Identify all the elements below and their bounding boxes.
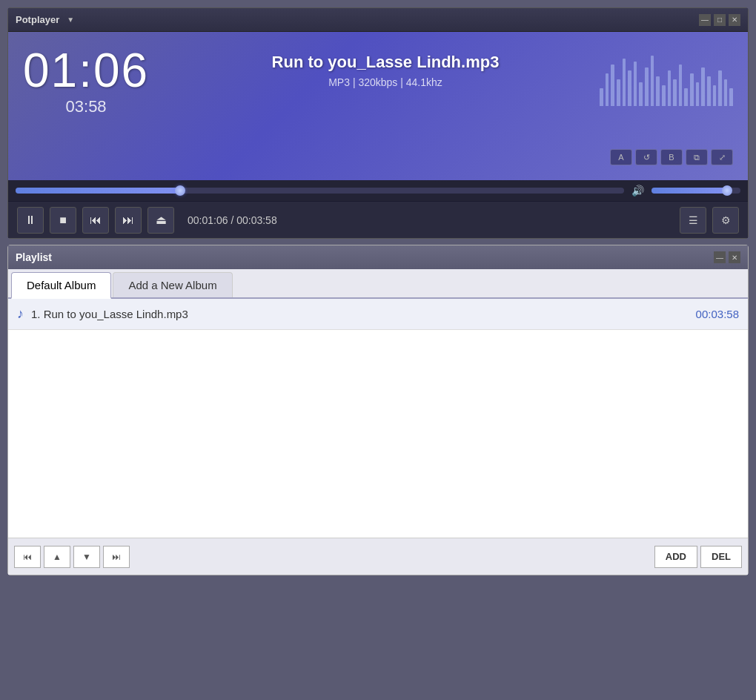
display-area: 01:06 03:58 Run to you_Lasse Lindh.mp3 M… — [8, 32, 748, 180]
music-icon-0: ♪ — [17, 306, 24, 322]
playlist-title-bar: Playlist — ✕ — [8, 245, 748, 269]
footer-nav-btn-0[interactable]: ⏮ — [14, 546, 41, 568]
tab-1[interactable]: Add a New Album — [113, 272, 232, 297]
track-info: Run to you_Lasse Lindh.mp3 MP3 | 320kbps… — [186, 53, 585, 88]
playback-section: ⏸ ■ ⏮ ⏭ ⏏ 00:01:06 / 00:03:58 ☰ ⚙ — [8, 201, 748, 238]
settings-button[interactable]: ⚙ — [712, 207, 739, 234]
player-title-right: — □ ✕ — [699, 14, 740, 26]
footer-nav-btn-2[interactable]: ▼ — [73, 546, 100, 568]
player-minimize-btn[interactable]: — — [699, 14, 711, 26]
ctrl-btn-1[interactable]: ↺ — [635, 149, 657, 165]
eq-bar-19 — [707, 76, 711, 106]
eq-bar-16 — [690, 73, 694, 106]
current-time: 01:06 — [23, 47, 149, 94]
eq-bar-21 — [718, 70, 722, 106]
playlist-title-btns: — ✕ — [714, 251, 740, 263]
track-duration-0: 00:03:58 — [696, 308, 739, 320]
player-close-btn[interactable]: ✕ — [729, 14, 740, 26]
eq-bar-20 — [713, 85, 717, 106]
eq-bar-7 — [639, 82, 643, 106]
eq-bar-13 — [673, 79, 677, 106]
player-controls-row: A↺B⧉⤢ — [610, 149, 733, 165]
playlist-content: ♪1. Run to you_Lasse Lindh.mp300:03:58 — [8, 299, 748, 538]
eq-bar-15 — [684, 88, 688, 106]
playlist-close-btn[interactable]: ✕ — [729, 251, 740, 263]
del-button[interactable]: DEL — [700, 546, 742, 568]
eq-bar-6 — [634, 62, 637, 106]
volume-thumb — [722, 185, 732, 196]
ctrl-btn-2[interactable]: B — [660, 149, 683, 165]
track-title-0: 1. Run to you_Lasse Lindh.mp3 — [31, 308, 696, 320]
eq-bar-4 — [623, 59, 626, 106]
eject-button[interactable]: ⏏ — [147, 207, 174, 234]
track-details: MP3 | 320kbps | 44.1khz — [186, 76, 585, 88]
playlist-item-0[interactable]: ♪1. Run to you_Lasse Lindh.mp300:03:58 — [8, 299, 748, 330]
eq-bar-17 — [696, 82, 700, 106]
player-title-left: Potplayer ▼ — [16, 14, 74, 25]
tab-0[interactable]: Default Album — [11, 272, 111, 299]
playlist-footer: ⏮▲▼⏭ADDDEL — [8, 538, 748, 575]
player-window: Potplayer ▼ — □ ✕ 01:06 03:58 Run to you… — [7, 7, 749, 239]
progress-thumb — [175, 185, 185, 196]
tabs-row: Default AlbumAdd a New Album — [8, 269, 748, 299]
eq-bar-11 — [662, 85, 666, 106]
playlist-title: Playlist — [16, 251, 52, 263]
footer-nav-btn-1[interactable]: ▲ — [44, 546, 70, 568]
eq-bar-18 — [701, 67, 705, 106]
track-name: Run to you_Lasse Lindh.mp3 — [186, 53, 585, 72]
ctrl-btn-4[interactable]: ⤢ — [711, 149, 733, 165]
ctrl-btn-0[interactable]: A — [610, 149, 632, 165]
stop-button[interactable]: ■ — [50, 207, 76, 234]
eq-bar-1 — [606, 73, 609, 106]
eq-bar-12 — [668, 70, 672, 106]
playlist-minimize-btn[interactable]: — — [714, 251, 726, 263]
eq-bar-14 — [679, 65, 683, 106]
app-dropdown-arrow[interactable]: ▼ — [67, 16, 74, 24]
eq-bar-10 — [656, 76, 660, 106]
progress-section: 🔊 — [8, 180, 748, 201]
prev-button[interactable]: ⏮ — [82, 207, 109, 234]
eq-bar-23 — [729, 88, 733, 106]
ctrl-btn-3[interactable]: ⧉ — [686, 149, 708, 165]
player-maximize-btn[interactable]: □ — [714, 14, 726, 26]
progress-fill — [16, 188, 180, 194]
volume-fill — [651, 188, 727, 194]
eq-bar-8 — [645, 67, 649, 106]
volume-icon: 🔊 — [631, 185, 644, 197]
eq-bar-2 — [611, 65, 614, 106]
playlist-window: Playlist — ✕ Default AlbumAdd a New Albu… — [7, 245, 749, 575]
time-label: 00:01:06 / 00:03:58 — [188, 214, 277, 226]
progress-bar[interactable] — [16, 188, 624, 194]
eq-bar-0 — [600, 88, 603, 106]
footer-nav-btn-3[interactable]: ⏭ — [103, 546, 130, 568]
playlist-button[interactable]: ☰ — [680, 207, 706, 234]
app-title: Potplayer — [16, 14, 59, 25]
volume-bar[interactable] — [651, 188, 740, 194]
next-button[interactable]: ⏭ — [115, 207, 142, 234]
eq-bar-3 — [617, 79, 620, 106]
eq-bar-5 — [628, 70, 631, 106]
time-display: 01:06 03:58 — [23, 47, 149, 116]
total-time: 03:58 — [23, 97, 149, 116]
eq-bar-22 — [724, 79, 728, 106]
player-title-bar: Potplayer ▼ — □ ✕ — [8, 8, 748, 32]
pause-button[interactable]: ⏸ — [17, 207, 44, 234]
equalizer-display — [600, 47, 733, 106]
eq-bar-9 — [651, 56, 654, 106]
add-button[interactable]: ADD — [654, 546, 697, 568]
